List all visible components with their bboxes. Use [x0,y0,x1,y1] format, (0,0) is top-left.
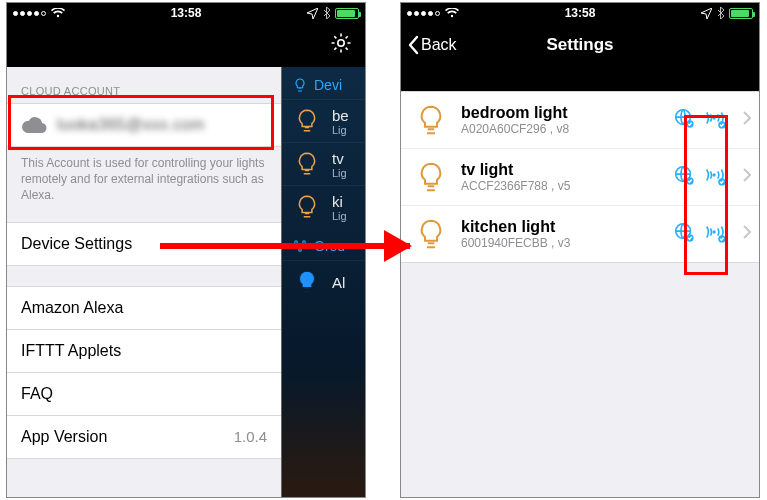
bulb-icon [413,102,449,138]
status-time: 13:58 [65,6,307,20]
bulb-icon [292,267,322,297]
nav-bar [7,23,365,67]
phone-right: 13:58 Back Settings [400,2,760,498]
behind-row[interactable]: kiLig [282,185,365,228]
globe-check-icon [673,107,695,133]
device-list: bedroom light A020A60CF296 , v8 [401,91,759,263]
app-version-row: App Version 1.0.4 [7,416,281,459]
bulb-icon [292,192,322,222]
bluetooth-icon [717,7,724,19]
status-bar: 13:58 [401,3,759,23]
cloud-section-header: CLOUD ACCOUNT [7,67,281,103]
svg-point-10 [712,173,715,176]
device-sub: 6001940FECBB , v3 [461,236,661,250]
bluetooth-icon [323,7,330,19]
device-sub: A020A60CF296 , v8 [461,122,661,136]
gear-icon[interactable] [329,31,353,59]
device-row[interactable]: kitchen light 6001940FECBB , v3 [401,206,759,262]
flow-arrow [160,243,410,249]
device-name: kitchen light [461,218,661,236]
chevron-right-icon [739,225,751,243]
battery-icon [729,8,753,19]
globe-check-icon [673,221,695,247]
status-time: 13:58 [459,6,701,20]
app-version-value: 1.0.4 [234,428,267,445]
back-label: Back [421,36,457,54]
wifi-icon [51,8,65,18]
device-sub: ACCF2366F788 , v5 [461,179,661,193]
svg-point-3 [299,249,302,252]
devices-section-header: Devi [282,67,365,99]
signal-check-icon [703,164,727,190]
device-name: tv light [461,161,661,179]
battery-icon [335,8,359,19]
faq-label: FAQ [21,385,53,403]
behind-row[interactable]: tvLig [282,142,365,185]
bulb-icon [413,216,449,252]
cloud-icon [21,116,47,134]
ifttt-row[interactable]: IFTTT Applets [7,330,281,373]
behind-row[interactable]: beLig [282,99,365,142]
ifttt-label: IFTTT Applets [21,342,121,360]
cell-signal-icon [407,11,440,16]
bulb-icon [413,159,449,195]
home-behind-drawer: Devi beLig tvLig [282,67,365,497]
chevron-left-icon [407,35,419,55]
alexa-row[interactable]: Amazon Alexa [7,286,281,330]
faq-row[interactable]: FAQ [7,373,281,416]
signal-check-icon [703,221,727,247]
wifi-icon [445,8,459,18]
bulb-icon [292,149,322,179]
signal-check-icon [703,107,727,133]
nav-bar: Back Settings [401,23,759,67]
page-title: Settings [546,35,613,55]
settings-drawer: CLOUD ACCOUNT luoka365@xxx.com This Acco… [7,67,282,497]
device-name: bedroom light [461,104,661,122]
device-row[interactable]: tv light ACCF2366F788 , v5 [401,149,759,206]
chevron-right-icon [739,168,751,186]
phone-left: 13:58 CLOUD ACCOUNT [6,2,366,498]
chevron-right-icon [739,111,751,129]
app-version-label: App Version [21,428,107,446]
status-bar: 13:58 [7,3,365,23]
alexa-label: Amazon Alexa [21,299,123,317]
svg-point-6 [712,116,715,119]
cloud-footer-note: This Account is used for controlling you… [7,147,281,222]
device-row[interactable]: bedroom light A020A60CF296 , v8 [401,92,759,149]
location-arrow-icon [701,8,712,19]
globe-check-icon [673,164,695,190]
cloud-account-row[interactable]: luoka365@xxx.com [7,103,281,147]
cloud-account-email: luoka365@xxx.com [57,116,205,134]
back-button[interactable]: Back [407,35,457,55]
devices-section-label: Devi [314,77,342,93]
device-settings-label: Device Settings [21,235,132,253]
cell-signal-icon [13,11,46,16]
svg-point-14 [712,230,715,233]
svg-point-0 [338,40,344,46]
behind-row[interactable]: Al [282,260,365,303]
bulb-icon [292,106,322,136]
location-arrow-icon [307,8,318,19]
